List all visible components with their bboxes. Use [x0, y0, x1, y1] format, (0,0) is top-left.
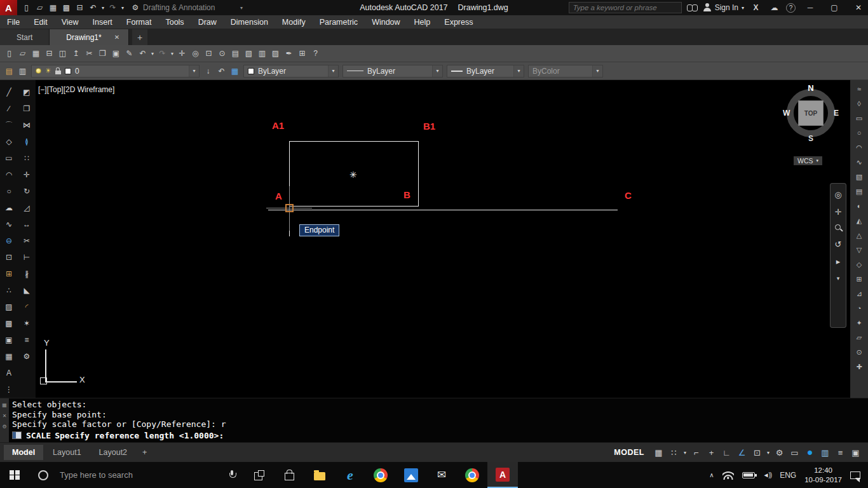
clock[interactable]: 12:40 10-09-2017 — [804, 466, 842, 485]
qa-undo-arrow-icon[interactable]: ▾ — [100, 1, 106, 15]
viewcube-east[interactable]: E — [834, 109, 839, 118]
modeling-tool-icon[interactable]: ◊ — [853, 97, 865, 110]
modeling-tool-icon[interactable]: △ — [853, 229, 865, 241]
battery-icon[interactable] — [742, 472, 755, 478]
zoom-realtime-icon[interactable]: ◎ — [189, 47, 202, 60]
layer-on-bulb-icon[interactable] — [36, 68, 41, 74]
workspace-selector[interactable]: ⚙ Drafting & Annotation ▾ — [131, 1, 243, 15]
qa-plot-icon[interactable]: ⊟ — [73, 1, 86, 15]
make-object-layer-current-icon[interactable]: ↓ — [201, 64, 215, 78]
wifi-icon[interactable] — [722, 471, 734, 480]
modeling-tool-icon[interactable]: ◔ — [853, 302, 865, 315]
modeling-tool-icon[interactable]: ◭ — [853, 214, 865, 227]
move-icon[interactable]: ✛ — [20, 168, 34, 182]
navbar-menu-arrow-icon[interactable]: ▾ — [832, 273, 844, 283]
action-center-icon[interactable] — [850, 471, 860, 479]
qa-new-icon[interactable]: ▯ — [20, 1, 33, 15]
insert-block-icon[interactable]: ⊡ — [2, 250, 16, 264]
stretch-icon[interactable]: ↔ — [20, 217, 34, 231]
viewcube-south[interactable]: S — [808, 134, 813, 143]
modeling-tool-icon[interactable]: ⊞ — [853, 273, 865, 285]
layer-states-icon[interactable]: ▥ — [16, 64, 29, 78]
qa-open-icon[interactable]: ▱ — [33, 1, 46, 15]
color-combo[interactable]: ByLayer ▾ — [243, 65, 339, 78]
command-prompt-row[interactable]: SCALE Specify reference length <1.0000>: — [12, 431, 868, 440]
layer-lock-icon[interactable] — [55, 71, 61, 74]
qa-undo-icon[interactable]: ↶ — [86, 1, 100, 15]
rectangle-icon[interactable]: ▭ — [2, 151, 16, 165]
modeling-tool-icon[interactable]: ◠ — [853, 141, 865, 154]
taskbar-store[interactable] — [274, 462, 304, 488]
maximize-button[interactable]: ▢ — [825, 0, 844, 15]
command-grip-icon[interactable]: ▦ — [1, 402, 8, 408]
viewcube[interactable]: N W E S TOP — [783, 85, 839, 141]
undo-dropdown-icon[interactable]: ▾ — [149, 47, 156, 60]
modeling-tool-icon[interactable]: ⊙ — [853, 346, 865, 358]
polyline-icon[interactable]: ⌒ — [2, 118, 16, 132]
new-drawing-tab-button[interactable]: + — [132, 29, 147, 45]
language-indicator[interactable]: ENG — [780, 471, 796, 480]
plotstyle-combo-arrow-icon[interactable]: ▾ — [592, 65, 602, 77]
osnap-dropdown-icon[interactable]: ▾ — [765, 445, 771, 459]
taskbar-chrome[interactable] — [365, 462, 396, 488]
linetype-combo[interactable]: ByLayer ▾ — [342, 65, 443, 78]
layer-properties-icon[interactable]: ▤ — [3, 64, 16, 78]
signin-dropdown-icon[interactable]: ▾ — [742, 5, 744, 11]
chamfer-icon[interactable]: ◣ — [20, 283, 34, 297]
modeling-tool-icon[interactable]: ◇ — [853, 258, 865, 271]
layer-combo[interactable]: ☀ 0 ▾ — [31, 65, 200, 78]
menu-file[interactable]: File — [0, 16, 27, 29]
snap-dropdown-icon[interactable]: ▾ — [682, 445, 688, 459]
snap-icon[interactable]: ∷ — [667, 445, 681, 459]
modeling-tool-icon[interactable]: ∿ — [853, 156, 865, 168]
open-file-icon[interactable]: ▱ — [16, 47, 29, 60]
hardware-acceleration-icon[interactable]: ● — [803, 445, 817, 459]
pan-icon[interactable]: ✛ — [175, 47, 189, 60]
plot-preview-icon[interactable]: ◫ — [56, 47, 69, 60]
tab-start[interactable]: Start — [0, 29, 50, 45]
modeling-tool-icon[interactable]: ≈ — [853, 83, 865, 95]
layer-states-manager-icon[interactable]: ▦ — [228, 64, 241, 78]
workspace-gear-icon[interactable]: ⚙ — [772, 445, 787, 459]
undo-icon[interactable]: ↶ — [136, 47, 149, 60]
region-icon[interactable]: ▣ — [2, 333, 16, 347]
modeling-tool-icon[interactable]: ⊿ — [853, 287, 865, 300]
new-file-icon[interactable]: ▯ — [3, 47, 16, 60]
circle-icon[interactable]: ○ — [2, 184, 16, 198]
modeling-tool-icon[interactable]: ▽ — [853, 243, 865, 256]
ellipse-icon[interactable]: ⊖ — [2, 234, 16, 248]
viewcube-west[interactable]: W — [783, 109, 790, 118]
help-icon[interactable]: ? — [309, 47, 322, 60]
taskbar-edge[interactable]: e — [335, 462, 365, 488]
tab-layout2[interactable]: Layout2 — [91, 445, 135, 460]
tab-drawing1[interactable]: Drawing1* ✕ — [50, 29, 129, 45]
layer-freeze-icon[interactable]: ☀ — [45, 67, 51, 75]
plotstyle-combo[interactable]: ByColor ▾ — [528, 65, 603, 78]
quickcalc-icon[interactable]: ⊞ — [295, 47, 309, 60]
signin-button[interactable]: Sign In ▾ — [703, 3, 744, 12]
model-space-badge[interactable]: MODEL — [614, 448, 644, 457]
menu-edit[interactable]: Edit — [27, 16, 55, 29]
offset-icon[interactable]: ≬ — [20, 135, 34, 149]
autodesk-exchange-icon[interactable]: X — [749, 1, 763, 15]
minimize-button[interactable]: ─ — [801, 0, 820, 15]
taskbar-search[interactable]: Type here to search — [57, 470, 219, 480]
annotation-scale-icon[interactable]: ▭ — [787, 445, 802, 459]
zoom-icon[interactable] — [834, 224, 843, 232]
qa-redo-icon[interactable]: ↷ — [106, 1, 119, 15]
status-more-icon[interactable]: ▣ — [848, 445, 863, 459]
speaker-icon[interactable]: ◄)) — [763, 471, 772, 478]
taskbar-chrome-2[interactable] — [457, 462, 487, 488]
menu-format[interactable]: Format — [119, 16, 159, 29]
plot-icon[interactable]: ⊟ — [43, 47, 56, 60]
clean-screen-icon[interactable]: ▥ — [818, 445, 832, 459]
drawing-canvas[interactable]: [−][Top][2D Wireframe] ✳ Endpoint A1 B1 … — [36, 80, 850, 398]
arc-icon[interactable]: ◠ — [2, 168, 16, 182]
menu-window[interactable]: Window — [365, 16, 407, 29]
explode-icon[interactable]: ✶ — [20, 316, 34, 330]
help-icon[interactable]: ? — [786, 3, 796, 13]
break-icon[interactable]: ∦ — [20, 267, 34, 281]
customize-icon[interactable]: ≡ — [833, 445, 848, 459]
polygon-icon[interactable]: ◇ — [2, 135, 16, 149]
gradient-icon[interactable]: ▩ — [2, 316, 16, 330]
